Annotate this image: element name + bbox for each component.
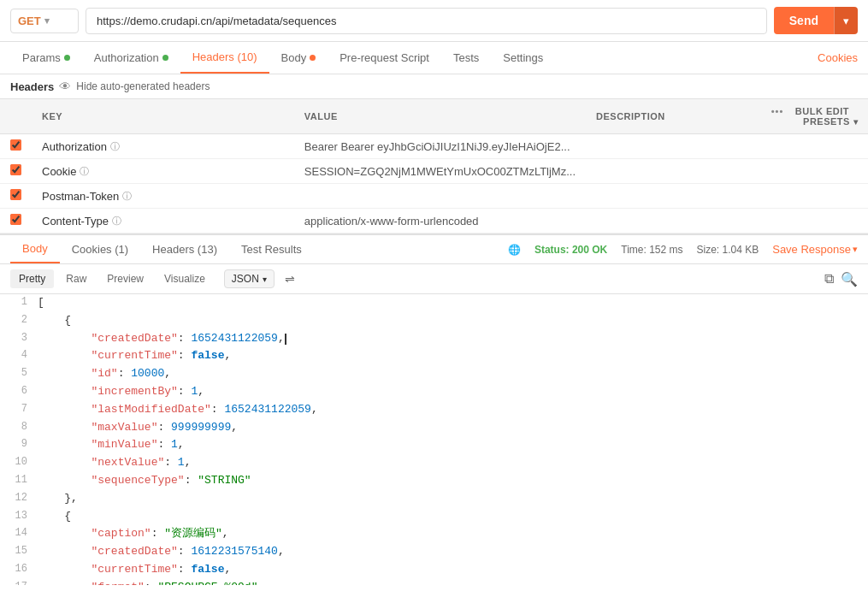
token-text xyxy=(38,403,91,416)
token-text xyxy=(38,367,91,380)
tab-headers[interactable]: Headers (10) xyxy=(180,42,269,74)
token-key: "currentTime" xyxy=(91,349,177,362)
line-content: "lastModifiedDate": 1652431122059, xyxy=(38,401,868,419)
format-raw[interactable]: Raw xyxy=(57,269,95,288)
search-button[interactable]: 🔍 xyxy=(841,271,858,287)
line-number: 1 xyxy=(0,294,38,312)
presets-button[interactable]: Presets ▾ xyxy=(803,116,858,127)
row-key: Content-Type ⓘ xyxy=(32,209,294,234)
code-line: 14 "caption": "资源编码", xyxy=(0,525,868,543)
token-bool: false xyxy=(191,563,224,576)
tab-params[interactable]: Params xyxy=(10,43,82,73)
token-key: "minValue" xyxy=(91,438,157,451)
token-text: , xyxy=(185,456,192,469)
cursor xyxy=(285,334,286,345)
response-tabs: Body Cookies (1) Headers (13) Test Resul… xyxy=(0,234,868,264)
url-input[interactable] xyxy=(86,8,767,34)
tab-authorization[interactable]: Authorization xyxy=(82,43,180,73)
token-text xyxy=(38,545,91,558)
line-number: 7 xyxy=(0,401,38,419)
token-key: "caption" xyxy=(91,527,151,540)
format-visualize[interactable]: Visualize xyxy=(156,269,214,288)
line-content: "createdDate": 1652431122059, xyxy=(38,330,868,348)
resp-tab-test-results[interactable]: Test Results xyxy=(229,236,314,263)
tab-body[interactable]: Body xyxy=(269,43,328,73)
line-number: 5 xyxy=(0,365,38,383)
code-line: 4 "currentTime": false, xyxy=(0,347,868,365)
token-text: : xyxy=(164,456,178,469)
row-value: Bearer Bearer eyJhbGciOiJIUzI1NiJ9.eyJIe… xyxy=(294,134,586,159)
row-checkbox[interactable] xyxy=(10,189,21,200)
line-content: "currentTime": false, xyxy=(38,561,868,579)
token-text: : xyxy=(157,421,171,434)
token-key: "lastModifiedDate" xyxy=(91,403,210,416)
info-icon[interactable]: ⓘ xyxy=(112,215,121,228)
row-checkbox[interactable] xyxy=(10,139,21,151)
token-text xyxy=(38,456,91,469)
row-actions xyxy=(752,159,868,184)
tab-settings[interactable]: Settings xyxy=(491,43,555,73)
resp-tab-cookies[interactable]: Cookies (1) xyxy=(60,236,140,263)
token-text: : xyxy=(185,474,198,487)
code-line: 6 "incrementBy": 1, xyxy=(0,383,868,401)
headers-toolbar: Headers 👁 Hide auto-generated headers xyxy=(0,74,868,99)
cookies-link[interactable]: Cookies xyxy=(818,51,858,64)
info-icon[interactable]: ⓘ xyxy=(80,165,89,178)
format-pretty[interactable]: Pretty xyxy=(10,269,54,288)
method-select[interactable]: GET ▾ xyxy=(10,9,79,33)
line-number: 8 xyxy=(0,419,38,437)
token-bool: false xyxy=(191,349,224,362)
line-content: "nextValue": 1, xyxy=(38,454,868,472)
method-label: GET xyxy=(18,15,41,27)
tab-tests[interactable]: Tests xyxy=(441,43,491,73)
token-bracket: { xyxy=(64,314,71,327)
hide-auto-link[interactable]: Hide auto-generated headers xyxy=(76,80,210,92)
code-line: 13 { xyxy=(0,508,868,526)
token-bracket: [ xyxy=(38,296,44,309)
bulk-edit-button[interactable]: Bulk Edit xyxy=(795,106,849,116)
save-response-button[interactable]: Save Response ▾ xyxy=(772,243,858,256)
row-checkbox-cell xyxy=(0,184,32,209)
line-content: "caption": "资源编码", xyxy=(38,525,868,543)
token-text: , xyxy=(257,581,264,585)
method-dropdown-icon: ▾ xyxy=(44,15,50,27)
row-key: Cookie ⓘ xyxy=(32,159,294,184)
line-number: 13 xyxy=(0,508,38,526)
row-checkbox[interactable] xyxy=(10,164,21,175)
token-text: , xyxy=(311,403,318,416)
token-key: "createdDate" xyxy=(91,332,177,345)
token-key: "maxValue" xyxy=(91,421,157,434)
line-number: 17 xyxy=(0,579,38,585)
json-format-select[interactable]: JSON ▾ xyxy=(224,269,275,288)
resp-tab-body[interactable]: Body xyxy=(10,235,60,263)
format-preview[interactable]: Preview xyxy=(98,269,152,288)
row-key: Authorization ⓘ xyxy=(32,134,294,159)
line-content: { xyxy=(38,508,868,526)
line-number: 6 xyxy=(0,383,38,401)
token-text xyxy=(38,314,64,327)
resp-tab-headers[interactable]: Headers (13) xyxy=(140,236,229,263)
token-bracket: { xyxy=(64,510,71,523)
more-icon[interactable]: ••• xyxy=(771,106,784,116)
token-text: : xyxy=(178,332,192,345)
line-number: 14 xyxy=(0,525,38,543)
code-line: 10 "nextValue": 1, xyxy=(0,454,868,472)
token-number: 1612231575140 xyxy=(191,545,277,558)
line-number: 9 xyxy=(0,436,38,454)
line-number: 3 xyxy=(0,330,38,348)
send-dropdown-button[interactable]: ▾ xyxy=(834,7,858,34)
token-text xyxy=(38,474,91,487)
line-content: "incrementBy": 1, xyxy=(38,383,868,401)
wrap-icon[interactable]: ⇌ xyxy=(285,272,295,286)
params-dot xyxy=(64,55,70,61)
info-icon[interactable]: ⓘ xyxy=(122,190,132,203)
token-text: , xyxy=(278,332,285,345)
row-value xyxy=(294,184,586,209)
token-number: 999999999 xyxy=(171,421,231,434)
send-button[interactable]: Send xyxy=(774,7,834,34)
token-text: , xyxy=(224,563,231,576)
info-icon[interactable]: ⓘ xyxy=(110,140,120,153)
row-checkbox[interactable] xyxy=(10,214,21,225)
tab-pre-request-script[interactable]: Pre-request Script xyxy=(328,43,441,73)
copy-button[interactable]: ⧉ xyxy=(824,271,834,287)
